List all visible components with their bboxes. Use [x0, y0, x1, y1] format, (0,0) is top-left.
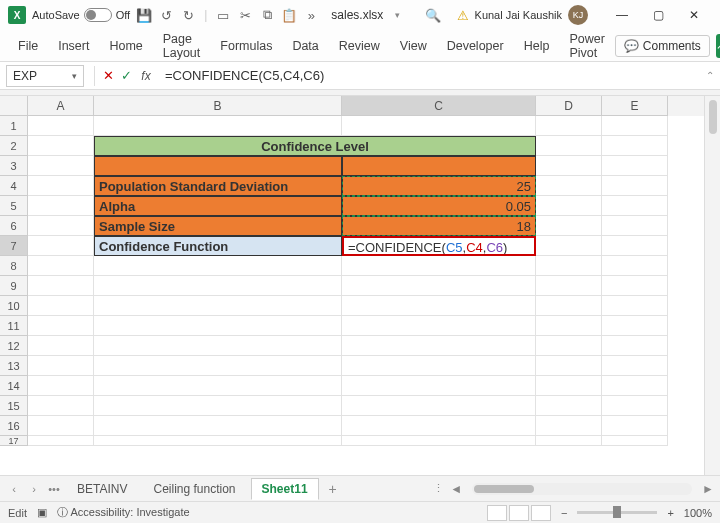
row-header[interactable]: 15	[0, 396, 28, 416]
hscroll-right-icon[interactable]: ►	[702, 482, 714, 496]
tab-help[interactable]: Help	[514, 33, 560, 59]
vertical-scrollbar[interactable]	[704, 96, 720, 475]
fx-icon[interactable]: fx	[135, 69, 157, 83]
zoom-in-icon[interactable]: +	[667, 507, 673, 519]
row-header[interactable]: 14	[0, 376, 28, 396]
user-account[interactable]: ⚠ Kunal Jai Kaushik KJ	[457, 5, 588, 25]
sheet-tab[interactable]: BETAINV	[66, 478, 138, 500]
col-header-e[interactable]: E	[602, 96, 668, 116]
cell-b4[interactable]: Population Standard Deviation	[94, 176, 342, 196]
col-header-a[interactable]: A	[28, 96, 94, 116]
row-header[interactable]: 17	[0, 436, 28, 446]
cell-b6[interactable]: Sample Size	[94, 216, 342, 236]
view-buttons	[487, 505, 551, 521]
warning-icon: ⚠	[457, 8, 469, 23]
row-header[interactable]: 16	[0, 416, 28, 436]
page-layout-button[interactable]	[509, 505, 529, 521]
row-header[interactable]: 11	[0, 316, 28, 336]
status-mode: Edit	[8, 507, 27, 519]
expand-formula-icon[interactable]: ⌃	[700, 70, 720, 81]
avatar: KJ	[568, 5, 588, 25]
row-header[interactable]: 13	[0, 356, 28, 376]
sheet-next-icon[interactable]: ›	[26, 483, 42, 495]
col-header-c[interactable]: C	[342, 96, 536, 116]
sheet-tab-active[interactable]: Sheet11	[251, 478, 319, 500]
cancel-icon[interactable]: ✕	[99, 68, 117, 83]
copy-icon[interactable]: ⧉	[259, 7, 275, 23]
tab-view[interactable]: View	[390, 33, 437, 59]
filename-dropdown-icon[interactable]: ▾	[395, 10, 400, 20]
cell-title[interactable]: Confidence Level	[94, 136, 536, 156]
cell-c4[interactable]: 25	[342, 176, 536, 196]
row-header[interactable]: 5	[0, 196, 28, 216]
accessibility-icon: ⓘ	[57, 506, 68, 518]
spreadsheet-grid[interactable]: A B C D E 1 2Confidence Level 3 4Populat…	[0, 96, 704, 475]
comments-button[interactable]: 💬 Comments	[615, 35, 710, 57]
select-all-corner[interactable]	[0, 96, 28, 116]
filename[interactable]: sales.xlsx	[331, 8, 383, 22]
page-break-button[interactable]	[531, 505, 551, 521]
share-button[interactable]: ↗	[716, 34, 720, 58]
search-icon[interactable]: 🔍	[425, 8, 441, 23]
row-header[interactable]: 9	[0, 276, 28, 296]
row-header[interactable]: 10	[0, 296, 28, 316]
tab-page-layout[interactable]: Page Layout	[153, 26, 211, 66]
accessibility-status[interactable]: ⓘ Accessibility: Investigate	[57, 505, 190, 520]
hscroll-left-icon[interactable]: ◄	[450, 482, 462, 496]
paste-icon[interactable]: 📋	[281, 7, 297, 23]
col-header-b[interactable]: B	[94, 96, 342, 116]
tab-formulas[interactable]: Formulas	[210, 33, 282, 59]
tab-file[interactable]: File	[8, 33, 48, 59]
cell-c5[interactable]: 0.05	[342, 196, 536, 216]
sheet-tab[interactable]: Ceiling function	[142, 478, 246, 500]
tab-home[interactable]: Home	[99, 33, 152, 59]
tab-data[interactable]: Data	[282, 33, 328, 59]
row-header[interactable]: 8	[0, 256, 28, 276]
normal-view-button[interactable]	[487, 505, 507, 521]
macro-icon[interactable]: ▣	[37, 506, 47, 519]
name-box[interactable]: EXP ▾	[6, 65, 84, 87]
enter-icon[interactable]: ✓	[117, 68, 135, 83]
sheet-prev-icon[interactable]: ‹	[6, 483, 22, 495]
row-header[interactable]: 1	[0, 116, 28, 136]
zoom-slider[interactable]	[577, 511, 657, 514]
row-header[interactable]: 6	[0, 216, 28, 236]
excel-icon: X	[8, 6, 26, 24]
row-header[interactable]: 3	[0, 156, 28, 176]
sheet-more-icon[interactable]: •••	[46, 483, 62, 495]
horizontal-scrollbar[interactable]	[472, 483, 692, 495]
maximize-button[interactable]: ▢	[640, 1, 676, 29]
row-header[interactable]: 4	[0, 176, 28, 196]
status-bar: Edit ▣ ⓘ Accessibility: Investigate − + …	[0, 501, 720, 523]
zoom-level[interactable]: 100%	[684, 507, 712, 519]
formula-input[interactable]: =CONFIDENCE(C5,C4,C6)	[157, 68, 700, 83]
autosave-state: Off	[116, 9, 130, 21]
save-icon[interactable]: 💾	[136, 7, 152, 23]
autosave-toggle[interactable]: AutoSave Off	[32, 8, 130, 22]
tab-insert[interactable]: Insert	[48, 33, 99, 59]
toggle-icon[interactable]	[84, 8, 112, 22]
touch-icon[interactable]: ▭	[215, 7, 231, 23]
cell[interactable]	[94, 156, 342, 176]
close-button[interactable]: ✕	[676, 1, 712, 29]
undo-icon[interactable]: ↺	[158, 7, 174, 23]
cut-icon[interactable]: ✂	[237, 7, 253, 23]
cell-c7-editing[interactable]: =CONFIDENCE(C5,C4,C6)	[342, 236, 536, 256]
tab-power-pivot[interactable]: Power Pivot	[559, 26, 614, 66]
add-sheet-icon[interactable]: +	[323, 481, 343, 497]
cell-c6[interactable]: 18	[342, 216, 536, 236]
sheet-menu-icon[interactable]: ⋮	[430, 482, 446, 495]
row-header[interactable]: 2	[0, 136, 28, 156]
col-header-d[interactable]: D	[536, 96, 602, 116]
cell-b7[interactable]: Confidence Function	[94, 236, 342, 256]
chevron-down-icon[interactable]: ▾	[72, 71, 77, 81]
tab-developer[interactable]: Developer	[437, 33, 514, 59]
cell-b5[interactable]: Alpha	[94, 196, 342, 216]
redo-icon[interactable]: ↻	[180, 7, 196, 23]
row-header[interactable]: 7	[0, 236, 28, 256]
zoom-out-icon[interactable]: −	[561, 507, 567, 519]
tab-review[interactable]: Review	[329, 33, 390, 59]
row-header[interactable]: 12	[0, 336, 28, 356]
cell[interactable]	[342, 156, 536, 176]
qat-more-icon[interactable]: »	[303, 7, 319, 23]
